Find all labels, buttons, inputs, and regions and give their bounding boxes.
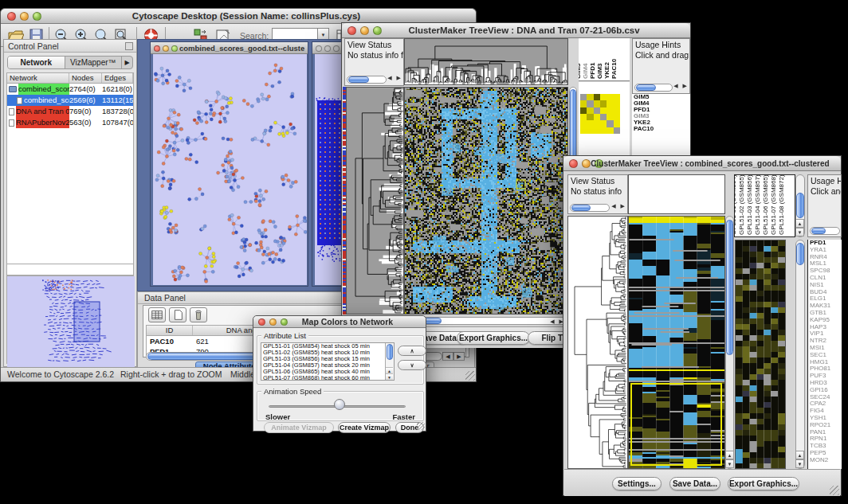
tv1-row-dendrogram[interactable] xyxy=(346,87,404,315)
delete-attribute-icon[interactable] xyxy=(190,307,207,322)
summary-cell xyxy=(587,94,593,100)
attribute-list-group: Attribute List GPL51-01 (GSM854) heat sh… xyxy=(257,335,424,385)
panel-splitter[interactable] xyxy=(6,264,134,275)
scroll-arrows[interactable]: ◀ ▶ xyxy=(673,81,689,91)
summary-cell xyxy=(614,127,620,134)
network-table: Network Nodes Edges combined_scores2764(… xyxy=(6,72,134,264)
tv2-gene-list: PFD1YRA1RNR4MSL1SPC98CLN1NIS1BUD4ELG1MAK… xyxy=(807,240,842,469)
tv1-column-label: GIM4 xyxy=(582,63,589,79)
summary-cell xyxy=(607,114,613,120)
close-button[interactable] xyxy=(569,159,578,168)
tab-vizmapper[interactable]: VizMapper™ xyxy=(65,57,122,68)
summary-cell xyxy=(614,120,620,127)
animate-vizmap-button[interactable]: Animate Vizmap xyxy=(264,422,334,433)
attribute-list-scrollbar[interactable]: ▲ ▼ xyxy=(385,343,394,380)
summary-cell xyxy=(607,100,613,107)
scroll-arrows[interactable]: ◀ ▶ xyxy=(611,201,626,211)
desktop-background: Cytoscape Desktop (Session Name: collins… xyxy=(0,0,848,504)
close-button[interactable] xyxy=(258,318,265,326)
tv2-column-label: GPL51-02 (GSM855) xyxy=(738,174,745,235)
export-graphics-button[interactable]: Export Graphics... xyxy=(457,331,530,345)
network-table-header: Network Nodes Edges xyxy=(7,73,133,84)
tv1-titlebar[interactable]: ClusterMaker TreeView : DNA and Tran 07-… xyxy=(342,23,690,38)
tv1-column-label: YKE2 xyxy=(603,62,610,79)
inner-window-network[interactable]: combined_scores_good.txt--cluste... xyxy=(150,41,308,287)
tv1-column-dendrogram[interactable] xyxy=(404,38,568,85)
map-colors-dialog: Map Colors to Network Attribute List GPL… xyxy=(253,315,426,432)
move-down-button[interactable]: ∨ xyxy=(398,360,426,370)
tv2-summary-heatmap[interactable] xyxy=(735,240,786,469)
minimize-button[interactable] xyxy=(269,318,277,326)
summary-cell xyxy=(600,94,607,100)
export-graphics-button[interactable]: Export Graphics... xyxy=(728,477,799,490)
status-welcome: Welcome to Cytoscape 2.6.2 xyxy=(7,369,114,379)
status-zoom-hint: Right-click + drag to ZOOM xyxy=(120,369,222,379)
attribute-list-item[interactable]: GPL51-07 (GSM868) heat shock 60 min xyxy=(261,375,394,381)
move-up-button[interactable]: ∧ xyxy=(398,346,426,356)
summary-cell xyxy=(607,120,613,127)
tv1-column-label: PAC10 xyxy=(610,59,618,79)
network-table-row[interactable]: combined_sco2569(6)13112(15) xyxy=(7,95,133,106)
tv1-summary-heatmap[interactable] xyxy=(580,94,620,134)
attribute-list[interactable]: GPL51-01 (GSM854) heat shock 05 minGPL51… xyxy=(261,342,395,381)
tv1-column-labels: GIM5GIM4PFD1GIM3YKE2PAC10 xyxy=(579,38,630,81)
summary-cell xyxy=(614,100,620,107)
speed-slider-knob[interactable] xyxy=(334,399,345,410)
close-button[interactable] xyxy=(7,12,16,21)
tv2-labels-scrollbar[interactable]: ▲▼ xyxy=(795,174,805,237)
close-button[interactable] xyxy=(347,26,356,35)
tv2-column-label: GPL51-04 (GSM857) xyxy=(754,174,761,235)
tv2-usage-hints-panel: Usage Hi Click and xyxy=(807,174,842,237)
tv1-column-label: PFD1 xyxy=(589,63,596,79)
tabs-overflow-arrow[interactable]: ▶ xyxy=(121,57,132,68)
tv2-row-dendrogram[interactable] xyxy=(567,216,628,469)
tv2-titlebar[interactable]: ClusterMaker TreeView : combined_scores_… xyxy=(563,156,841,171)
summary-cell xyxy=(607,107,613,114)
dialog-resize-grip[interactable] xyxy=(417,422,425,430)
save-data-button[interactable]: Save Data... xyxy=(669,477,720,490)
folder-icon xyxy=(9,86,17,92)
tv1-heatmap[interactable] xyxy=(404,87,568,315)
tv1-column-label: GIM3 xyxy=(596,63,603,79)
tv2-column-label: GPL51-07 (GSM868) xyxy=(770,174,777,235)
summary-cell xyxy=(580,114,587,120)
tv2-column-labels: GPL51-01 (GSM854)GPL51-02 (GSM855)GPL51-… xyxy=(734,174,795,237)
tv1-title: ClusterMaker TreeView : DNA and Tran 07-… xyxy=(366,23,682,38)
resize-grip[interactable] xyxy=(465,371,475,381)
network-table-row[interactable]: combined_scores2764(0)16218(0) xyxy=(7,84,133,95)
tv2-heatmap[interactable] xyxy=(628,216,725,469)
tab-network[interactable]: Network xyxy=(8,57,65,68)
network-table-row[interactable]: DNA and Tran 07769(0)183728(0) xyxy=(7,106,133,117)
resize-grip[interactable] xyxy=(830,486,839,495)
network-graph-view[interactable] xyxy=(153,54,307,285)
dialog-title: Map Colors to Network xyxy=(277,316,418,328)
scrollbar-arrows[interactable]: ◀▶ xyxy=(442,352,465,361)
network-table-row[interactable]: RNAPuberNov2+|563(0)107847(0) xyxy=(7,117,133,128)
summary-cell xyxy=(600,127,607,134)
new-attribute-icon[interactable] xyxy=(169,307,186,322)
summary-cell xyxy=(587,120,593,127)
control-panel-header: Control Panel xyxy=(4,40,136,53)
control-panel-tabs: Network VizMapper™ ▶ xyxy=(7,56,133,69)
network-overview-panel[interactable] xyxy=(6,275,134,364)
summary-cell xyxy=(580,100,587,107)
gene-label: MON2 xyxy=(808,457,842,464)
tv2-column-label: GPL51-01 (GSM854) xyxy=(734,174,737,235)
tv2-vscrollbar[interactable]: ▲▼ xyxy=(725,216,734,469)
tv2-column-dendrogram xyxy=(628,174,725,214)
float-panel-icon[interactable] xyxy=(125,42,133,50)
faster-label: Faster xyxy=(392,412,415,421)
summary-cell xyxy=(580,107,587,114)
animation-speed-group: Animation Speed Slower Faster xyxy=(257,391,424,421)
summary-cell xyxy=(600,100,607,107)
settings-button[interactable]: Settings... xyxy=(612,477,662,490)
slower-label: Slower xyxy=(265,412,290,421)
file-icon xyxy=(17,97,22,104)
scroll-arrows[interactable]: ◀ ▶ xyxy=(387,73,402,83)
dialog-titlebar[interactable]: Map Colors to Network xyxy=(253,316,426,328)
tv1-hscrollbar[interactable]: ◀ ▶ xyxy=(404,317,568,325)
network-view-title: combined_scores_good.txt--cluste... xyxy=(179,42,304,54)
attribute-select-icon[interactable] xyxy=(148,307,166,322)
tv2-genelist-scrollbar[interactable]: ▲▼ xyxy=(795,240,805,469)
create-vizmap-button[interactable]: Create Vizmap xyxy=(338,422,391,433)
